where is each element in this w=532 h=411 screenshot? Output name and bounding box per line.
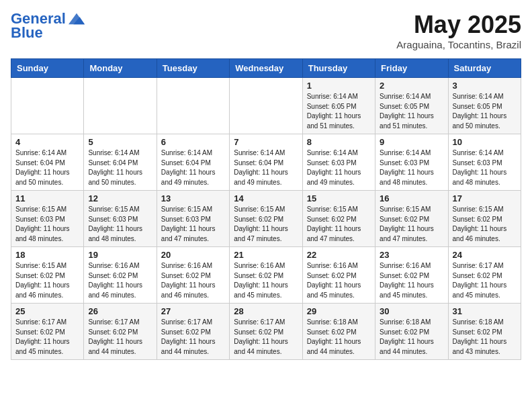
month-title: May 2025 bbox=[396, 11, 521, 39]
day-number: 23 bbox=[380, 250, 443, 260]
day-info: Sunrise: 6:14 AMSunset: 6:03 PMDaylight:… bbox=[380, 148, 443, 187]
day-number: 4 bbox=[15, 137, 79, 147]
calendar-cell: 16Sunrise: 6:15 AMSunset: 6:02 PMDayligh… bbox=[375, 191, 448, 247]
calendar-cell: 20Sunrise: 6:16 AMSunset: 6:02 PMDayligh… bbox=[157, 247, 229, 304]
calendar-cell: 17Sunrise: 6:15 AMSunset: 6:02 PMDayligh… bbox=[448, 191, 521, 247]
calendar-cell bbox=[11, 78, 84, 134]
day-info: Sunrise: 6:14 AMSunset: 6:05 PMDaylight:… bbox=[307, 92, 371, 131]
day-info: Sunrise: 6:15 AMSunset: 6:03 PMDaylight:… bbox=[88, 205, 152, 244]
calendar-cell: 2Sunrise: 6:14 AMSunset: 6:05 PMDaylight… bbox=[375, 78, 448, 134]
calendar-cell: 6Sunrise: 6:14 AMSunset: 6:04 PMDaylight… bbox=[157, 134, 229, 191]
calendar-cell: 30Sunrise: 6:18 AMSunset: 6:02 PMDayligh… bbox=[375, 304, 448, 360]
day-number: 25 bbox=[15, 306, 79, 316]
day-info: Sunrise: 6:14 AMSunset: 6:03 PMDaylight:… bbox=[453, 148, 517, 187]
calendar-week-row: 11Sunrise: 6:15 AMSunset: 6:03 PMDayligh… bbox=[11, 191, 521, 247]
day-info: Sunrise: 6:14 AMSunset: 6:03 PMDaylight:… bbox=[307, 148, 371, 187]
day-info: Sunrise: 6:16 AMSunset: 6:02 PMDaylight:… bbox=[88, 261, 152, 300]
calendar-cell: 28Sunrise: 6:17 AMSunset: 6:02 PMDayligh… bbox=[230, 304, 302, 360]
calendar-cell: 13Sunrise: 6:15 AMSunset: 6:03 PMDayligh… bbox=[157, 191, 229, 247]
day-info: Sunrise: 6:15 AMSunset: 6:02 PMDaylight:… bbox=[453, 205, 517, 244]
day-info: Sunrise: 6:17 AMSunset: 6:02 PMDaylight:… bbox=[234, 318, 298, 357]
calendar-cell: 7Sunrise: 6:14 AMSunset: 6:04 PMDaylight… bbox=[230, 134, 302, 191]
day-number: 5 bbox=[88, 137, 152, 147]
day-number: 17 bbox=[453, 193, 517, 203]
calendar-cell: 29Sunrise: 6:18 AMSunset: 6:02 PMDayligh… bbox=[302, 304, 375, 360]
calendar-week-row: 18Sunrise: 6:15 AMSunset: 6:02 PMDayligh… bbox=[11, 247, 521, 304]
location-title: Araguaina, Tocantins, Brazil bbox=[396, 39, 521, 50]
calendar-cell: 11Sunrise: 6:15 AMSunset: 6:03 PMDayligh… bbox=[11, 191, 84, 247]
header-friday: Friday bbox=[375, 59, 448, 78]
day-info: Sunrise: 6:17 AMSunset: 6:02 PMDaylight:… bbox=[453, 261, 517, 300]
calendar-week-row: 4Sunrise: 6:14 AMSunset: 6:04 PMDaylight… bbox=[11, 134, 521, 191]
day-number: 11 bbox=[15, 193, 79, 203]
day-number: 6 bbox=[161, 137, 225, 147]
calendar-cell bbox=[84, 78, 157, 134]
day-number: 21 bbox=[234, 250, 298, 260]
calendar-cell: 12Sunrise: 6:15 AMSunset: 6:03 PMDayligh… bbox=[84, 191, 157, 247]
calendar-cell bbox=[157, 78, 229, 134]
day-number: 18 bbox=[15, 250, 79, 260]
title-area: May 2025 Araguaina, Tocantins, Brazil bbox=[396, 11, 521, 50]
day-number: 16 bbox=[380, 193, 443, 203]
day-number: 10 bbox=[453, 137, 517, 147]
day-info: Sunrise: 6:15 AMSunset: 6:03 PMDaylight:… bbox=[161, 205, 225, 244]
header-tuesday: Tuesday bbox=[157, 59, 229, 78]
calendar-cell: 26Sunrise: 6:17 AMSunset: 6:02 PMDayligh… bbox=[84, 304, 157, 360]
calendar-cell: 23Sunrise: 6:16 AMSunset: 6:02 PMDayligh… bbox=[375, 247, 448, 304]
calendar-cell: 14Sunrise: 6:15 AMSunset: 6:02 PMDayligh… bbox=[230, 191, 302, 247]
calendar-header-row: SundayMondayTuesdayWednesdayThursdayFrid… bbox=[11, 59, 521, 78]
logo: General Blue bbox=[11, 11, 86, 42]
day-number: 30 bbox=[380, 306, 443, 316]
day-number: 8 bbox=[307, 137, 371, 147]
day-info: Sunrise: 6:18 AMSunset: 6:02 PMDaylight:… bbox=[307, 318, 371, 357]
header-monday: Monday bbox=[84, 59, 157, 78]
calendar-cell: 25Sunrise: 6:17 AMSunset: 6:02 PMDayligh… bbox=[11, 304, 84, 360]
day-number: 14 bbox=[234, 193, 298, 203]
page-header: General Blue May 2025 Araguaina, Tocanti… bbox=[11, 11, 521, 50]
day-info: Sunrise: 6:15 AMSunset: 6:02 PMDaylight:… bbox=[15, 261, 79, 300]
day-info: Sunrise: 6:15 AMSunset: 6:02 PMDaylight:… bbox=[380, 205, 443, 244]
calendar-cell: 3Sunrise: 6:14 AMSunset: 6:05 PMDaylight… bbox=[448, 78, 521, 134]
calendar-week-row: 25Sunrise: 6:17 AMSunset: 6:02 PMDayligh… bbox=[11, 304, 521, 360]
day-number: 28 bbox=[234, 306, 298, 316]
day-number: 19 bbox=[88, 250, 152, 260]
day-info: Sunrise: 6:15 AMSunset: 6:02 PMDaylight:… bbox=[307, 205, 371, 244]
day-number: 3 bbox=[453, 81, 517, 91]
day-info: Sunrise: 6:18 AMSunset: 6:02 PMDaylight:… bbox=[453, 318, 517, 357]
header-sunday: Sunday bbox=[11, 59, 84, 78]
header-wednesday: Wednesday bbox=[230, 59, 302, 78]
day-info: Sunrise: 6:14 AMSunset: 6:04 PMDaylight:… bbox=[234, 148, 298, 187]
calendar-cell: 1Sunrise: 6:14 AMSunset: 6:05 PMDaylight… bbox=[302, 78, 375, 134]
calendar-cell: 15Sunrise: 6:15 AMSunset: 6:02 PMDayligh… bbox=[302, 191, 375, 247]
calendar-cell: 19Sunrise: 6:16 AMSunset: 6:02 PMDayligh… bbox=[84, 247, 157, 304]
calendar-cell: 31Sunrise: 6:18 AMSunset: 6:02 PMDayligh… bbox=[448, 304, 521, 360]
day-info: Sunrise: 6:14 AMSunset: 6:04 PMDaylight:… bbox=[88, 148, 152, 187]
day-number: 13 bbox=[161, 193, 225, 203]
calendar-cell: 18Sunrise: 6:15 AMSunset: 6:02 PMDayligh… bbox=[11, 247, 84, 304]
calendar-cell: 5Sunrise: 6:14 AMSunset: 6:04 PMDaylight… bbox=[84, 134, 157, 191]
header-thursday: Thursday bbox=[302, 59, 375, 78]
calendar-cell: 10Sunrise: 6:14 AMSunset: 6:03 PMDayligh… bbox=[448, 134, 521, 191]
calendar-cell: 24Sunrise: 6:17 AMSunset: 6:02 PMDayligh… bbox=[448, 247, 521, 304]
day-info: Sunrise: 6:15 AMSunset: 6:03 PMDaylight:… bbox=[15, 205, 79, 244]
day-info: Sunrise: 6:17 AMSunset: 6:02 PMDaylight:… bbox=[161, 318, 225, 357]
day-info: Sunrise: 6:14 AMSunset: 6:05 PMDaylight:… bbox=[453, 92, 517, 131]
day-number: 12 bbox=[88, 193, 152, 203]
day-info: Sunrise: 6:14 AMSunset: 6:05 PMDaylight:… bbox=[380, 92, 443, 131]
day-info: Sunrise: 6:14 AMSunset: 6:04 PMDaylight:… bbox=[161, 148, 225, 187]
day-info: Sunrise: 6:16 AMSunset: 6:02 PMDaylight:… bbox=[307, 261, 371, 300]
calendar-week-row: 1Sunrise: 6:14 AMSunset: 6:05 PMDaylight… bbox=[11, 78, 521, 134]
calendar-cell: 9Sunrise: 6:14 AMSunset: 6:03 PMDaylight… bbox=[375, 134, 448, 191]
calendar-cell: 27Sunrise: 6:17 AMSunset: 6:02 PMDayligh… bbox=[157, 304, 229, 360]
day-info: Sunrise: 6:14 AMSunset: 6:04 PMDaylight:… bbox=[15, 148, 79, 187]
day-number: 7 bbox=[234, 137, 298, 147]
calendar-cell: 8Sunrise: 6:14 AMSunset: 6:03 PMDaylight… bbox=[302, 134, 375, 191]
logo-icon bbox=[67, 11, 86, 27]
day-info: Sunrise: 6:17 AMSunset: 6:02 PMDaylight:… bbox=[88, 318, 152, 357]
day-info: Sunrise: 6:16 AMSunset: 6:02 PMDaylight:… bbox=[161, 261, 225, 300]
day-info: Sunrise: 6:16 AMSunset: 6:02 PMDaylight:… bbox=[380, 261, 443, 300]
day-number: 29 bbox=[307, 306, 371, 316]
day-info: Sunrise: 6:17 AMSunset: 6:02 PMDaylight:… bbox=[15, 318, 79, 357]
day-number: 31 bbox=[453, 306, 517, 316]
day-number: 24 bbox=[453, 250, 517, 260]
